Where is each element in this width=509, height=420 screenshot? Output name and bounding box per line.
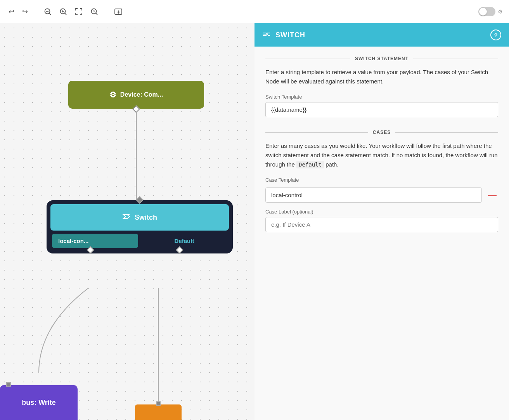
panel-title-text: SWITCH <box>275 31 305 39</box>
right-panel: SWITCH ? SWITCH STATEMENT Enter a string… <box>254 23 509 420</box>
device-node[interactable]: ⚙ Device: Com... <box>68 81 204 109</box>
case-template-label: Case Template <box>265 177 498 183</box>
switch-statement-section-title: SWITCH STATEMENT <box>355 56 409 61</box>
switch-statement-section-header: SWITCH STATEMENT <box>265 56 498 61</box>
case-delete-button[interactable]: — <box>486 191 498 200</box>
cases-description: Enter as many cases as you would like. Y… <box>265 141 498 169</box>
switch-node-icon <box>122 212 131 223</box>
svg-line-8 <box>96 13 98 15</box>
bus-input-port <box>6 382 11 387</box>
zoom-in-button[interactable] <box>57 5 69 18</box>
settings-gear-icon: ⚙ <box>498 9 503 15</box>
switch-node-inner: Switch <box>50 204 229 231</box>
switch-template-field: Switch Template <box>265 94 498 117</box>
add-node-button[interactable] <box>112 5 125 18</box>
section-line-right-1 <box>413 59 498 59</box>
section-line-right-2 <box>395 132 498 133</box>
toolbar-divider-2 <box>106 6 106 17</box>
toggle-knob <box>479 8 487 16</box>
default-output-port <box>176 246 184 254</box>
switch-description: Enter a string template to retrieve a va… <box>265 68 498 86</box>
fit-button[interactable] <box>73 5 85 18</box>
toolbar-divider-1 <box>36 6 36 17</box>
switch-template-label: Switch Template <box>265 94 498 100</box>
switch-node-outer[interactable]: Switch local-con... Default <box>47 200 233 253</box>
switch-node-label: Switch <box>135 213 157 222</box>
zoom-reset-icon <box>90 8 98 16</box>
device-node-icon: ⚙ <box>109 90 116 99</box>
help-button[interactable]: ? <box>490 30 501 40</box>
zoom-reset-button[interactable] <box>88 5 100 18</box>
settings-toggle: ⚙ <box>478 7 503 16</box>
switch-output-local[interactable]: local-con... <box>52 234 138 248</box>
local-output-port <box>87 246 94 254</box>
bus-write-node[interactable]: bus: Write <box>0 385 78 420</box>
fit-icon <box>75 8 83 16</box>
canvas-area[interactable]: ⚙ Device: Com... Switch <box>0 23 254 420</box>
case-row: — <box>265 187 498 203</box>
toolbar: ↩ ↪ <box>0 0 509 23</box>
orange-input-port <box>156 401 161 406</box>
zoom-out-button[interactable] <box>42 5 54 18</box>
cases-section-header: CASES <box>265 130 498 135</box>
case-label-input[interactable] <box>265 217 498 232</box>
zoom-in-icon <box>59 8 67 16</box>
panel-title-icon <box>262 30 271 40</box>
switch-template-input[interactable] <box>265 102 498 117</box>
orange-node[interactable] <box>135 404 182 420</box>
zoom-out-icon <box>44 8 52 16</box>
device-node-output-port <box>132 105 140 113</box>
section-line-left-2 <box>265 132 368 133</box>
cases-section: CASES Enter as many cases as you would l… <box>265 130 498 232</box>
bus-node-label: bus: Write <box>22 399 56 407</box>
case-label-field: Case Label (optional) <box>265 209 498 232</box>
case-label-label: Case Label (optional) <box>265 209 498 215</box>
case-template-field: Case Template — <box>265 177 498 203</box>
undo-button[interactable]: ↩ <box>6 5 17 18</box>
switch-output-default[interactable]: Default <box>141 234 227 248</box>
section-line-left-1 <box>265 59 350 59</box>
switch-outputs: local-con... Default <box>50 234 229 250</box>
panel-title-area: SWITCH <box>262 30 305 40</box>
cases-section-title: CASES <box>373 130 391 135</box>
redo-button[interactable]: ↪ <box>20 5 30 18</box>
toggle-switch[interactable] <box>478 7 495 16</box>
main-content: ⚙ Device: Com... Switch <box>0 23 509 420</box>
default-code-inline: Default <box>296 161 324 168</box>
panel-header: SWITCH ? <box>254 23 509 47</box>
panel-body: SWITCH STATEMENT Enter a string template… <box>254 47 509 420</box>
svg-line-6 <box>65 13 67 15</box>
add-node-icon <box>114 7 123 16</box>
case-template-input[interactable] <box>265 187 482 203</box>
svg-line-2 <box>49 13 51 15</box>
switch-node-group: Switch local-con... Default <box>47 200 233 253</box>
device-node-label: Device: Com... <box>120 91 163 98</box>
